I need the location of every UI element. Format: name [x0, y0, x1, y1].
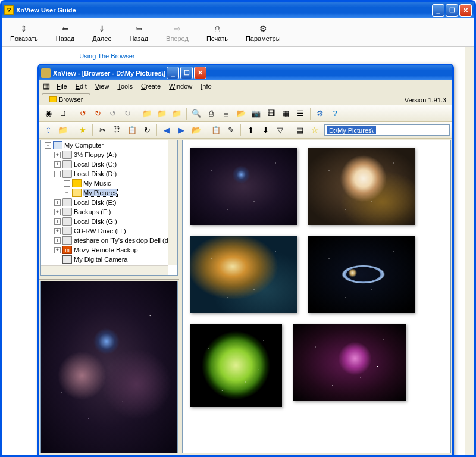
favorite-button[interactable]: ★	[76, 124, 89, 137]
link-using-browser[interactable]: Using The Browser	[79, 52, 134, 60]
thumbnail-grid[interactable]	[182, 140, 451, 453]
tree-node-my-digital-camera[interactable]: My Digital Camera	[41, 255, 177, 264]
expand-icon[interactable]: +	[54, 152, 61, 158]
tree-node-local-disk-d[interactable]: -Local Disk (D:)	[41, 169, 177, 179]
tab-browser[interactable]: Browser	[42, 93, 90, 105]
tree-node-local-disk-e[interactable]: +Local Disk (E:)	[41, 198, 177, 207]
menu-info[interactable]: Info	[196, 82, 215, 91]
rotate-ccw-button[interactable]: ↺	[76, 107, 89, 120]
tree-node-backups-f[interactable]: +Backups (F:)	[41, 207, 177, 217]
thumbnail-nebula-swirl[interactable]	[190, 236, 297, 313]
tree-node-local-disk-c[interactable]: +Local Disk (C:)	[41, 159, 177, 169]
expand-icon[interactable]: -	[45, 142, 51, 149]
help-toolbar-назад[interactable]: ⇐Назад	[52, 22, 79, 43]
thumbnail-nebula-orange[interactable]	[308, 148, 415, 225]
tree-scrollbar-h[interactable]	[41, 265, 168, 275]
folder-check-button[interactable]: 📁	[155, 107, 168, 120]
menu-file[interactable]: File	[52, 82, 71, 91]
cut-button[interactable]: ✂	[96, 124, 109, 137]
xnview-titlebar[interactable]: XnView - [Browser - D:\My Pictures\] _ ☐…	[39, 65, 452, 80]
folder-button[interactable]: 📁	[140, 107, 154, 120]
pencil-button[interactable]: ✎	[224, 124, 237, 137]
address-input[interactable]: D:\My Pictures\	[324, 124, 450, 136]
clipboard-button[interactable]: 📋	[209, 124, 223, 137]
menu-icon[interactable]: ▦	[42, 82, 51, 91]
expand-icon[interactable]: +	[54, 237, 61, 244]
tree-node-my-computer[interactable]: -My Computer	[41, 140, 177, 150]
help-toolbar-параметры[interactable]: ⚙Параметры	[242, 22, 284, 43]
tree-scrollbar-v[interactable]	[168, 140, 177, 265]
filter-button[interactable]: ▽	[274, 124, 287, 137]
film-button[interactable]: 🎞	[264, 107, 277, 120]
expand-icon[interactable]: +	[54, 161, 61, 168]
help-toolbar-далее[interactable]: ⇓Далее	[89, 22, 115, 43]
xnview-maximize-button[interactable]: ☐	[180, 67, 193, 79]
star-button[interactable]: ☆	[308, 124, 321, 137]
help-toolbar-назад[interactable]: ⇦Назад	[126, 22, 152, 43]
rotate-cw-gray-button[interactable]: ↻	[121, 107, 134, 120]
paste-button[interactable]: 📋	[126, 124, 139, 137]
xnview-icon	[41, 68, 51, 78]
minimize-button[interactable]: _	[432, 4, 444, 17]
thumbnail-nebula-blue[interactable]	[190, 148, 297, 225]
settings-button[interactable]: ⚙	[314, 107, 327, 120]
help-toolbar-показать[interactable]: ⇕Показать	[7, 22, 42, 43]
sort-desc-button[interactable]: ⬇	[259, 124, 272, 137]
expand-icon[interactable]: +	[64, 190, 70, 196]
tree-node-my-music[interactable]: +My Music	[41, 179, 177, 188]
xnview-minimize-button[interactable]: _	[167, 67, 179, 79]
eye-button[interactable]: ◉	[42, 107, 55, 120]
category-button[interactable]: ▤	[293, 124, 306, 137]
help-titlebar[interactable]: ? XnView User Guide _ ☐ ✕	[2, 2, 474, 18]
thumbnail-sun-green[interactable]	[190, 324, 282, 407]
zoom-button[interactable]: 🔍	[190, 107, 203, 120]
maximize-button[interactable]: ☐	[446, 4, 458, 17]
menu-create[interactable]: Create	[137, 82, 165, 91]
thumbnail-nebula-pink[interactable]	[293, 324, 406, 401]
help-scrollbar[interactable]	[465, 47, 474, 455]
expand-icon[interactable]: +	[64, 180, 70, 187]
help-toolbar-печать[interactable]: ⎙Печать	[203, 22, 231, 43]
tree-node-local-disk-g[interactable]: +Local Disk (G:)	[41, 217, 177, 226]
new-button[interactable]: 🗋	[57, 107, 70, 120]
copy-button[interactable]: ⿻	[111, 124, 124, 137]
expand-icon[interactable]: +	[54, 228, 61, 234]
help-button[interactable]: ?	[328, 107, 342, 120]
tree-node-my-pictures[interactable]: +My Pictures	[41, 188, 177, 198]
thumbnail-galaxy-ring[interactable]	[308, 236, 415, 313]
new-folder-button[interactable]: 📁	[57, 124, 70, 137]
folder-compare-button[interactable]: 📂	[234, 107, 248, 120]
menu-edit[interactable]: Edit	[71, 82, 91, 91]
menu-window[interactable]: Window	[165, 82, 196, 91]
list-button[interactable]: ☰	[294, 107, 307, 120]
forward-button[interactable]: ▶	[175, 124, 188, 137]
scanner-button[interactable]: ⌸	[220, 107, 233, 120]
cycle-button[interactable]: ↻	[140, 124, 154, 137]
menu-tools[interactable]: Tools	[113, 82, 137, 91]
rotate-ccw-gray-button[interactable]: ↺	[106, 107, 119, 120]
expand-icon[interactable]: +	[54, 247, 61, 253]
close-button[interactable]: ✕	[459, 4, 472, 17]
color-swatch-button[interactable]: ▦	[279, 107, 292, 120]
expand-icon[interactable]: +	[54, 218, 61, 225]
sort-asc-button[interactable]: ⬆	[244, 124, 257, 137]
folder-tree[interactable]: -My Computer+3½ Floppy (A:)+Local Disk (…	[40, 140, 178, 276]
menu-view[interactable]: View	[91, 82, 114, 91]
xnview-close-button[interactable]: ✕	[194, 67, 206, 79]
print-button[interactable]: ⎙	[205, 107, 218, 120]
preview-pane[interactable]	[40, 281, 178, 453]
tree-node-mozy-remote-backup[interactable]: +mMozy Remote Backup	[41, 245, 177, 255]
folder-nav-button[interactable]: 📂	[190, 124, 203, 137]
tree-node-ateshare-on-ty-s-desktop-dell-de[interactable]: +ateshare on 'Ty's desktop Dell (de	[41, 236, 177, 245]
folder-x-button[interactable]: 📁	[170, 107, 183, 120]
tree-node-cd-rw-drive-h[interactable]: +CD-RW Drive (H:)	[41, 226, 177, 236]
camera-button[interactable]: 📷	[249, 107, 262, 120]
up-button[interactable]: ⇧	[42, 124, 55, 137]
expand-icon[interactable]: -	[54, 171, 61, 177]
back-button[interactable]: ◀	[160, 124, 173, 137]
expand-icon[interactable]: +	[54, 209, 61, 215]
rotate-cw-button[interactable]: ↻	[91, 107, 104, 120]
tree-node-3-floppy-a[interactable]: +3½ Floppy (A:)	[41, 150, 177, 159]
splitter-horizontal[interactable]	[39, 277, 179, 280]
expand-icon[interactable]: +	[54, 199, 61, 206]
